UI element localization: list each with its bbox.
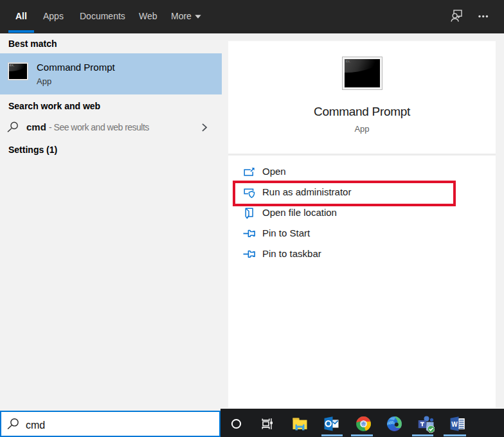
- svg-text:W: W: [451, 421, 458, 428]
